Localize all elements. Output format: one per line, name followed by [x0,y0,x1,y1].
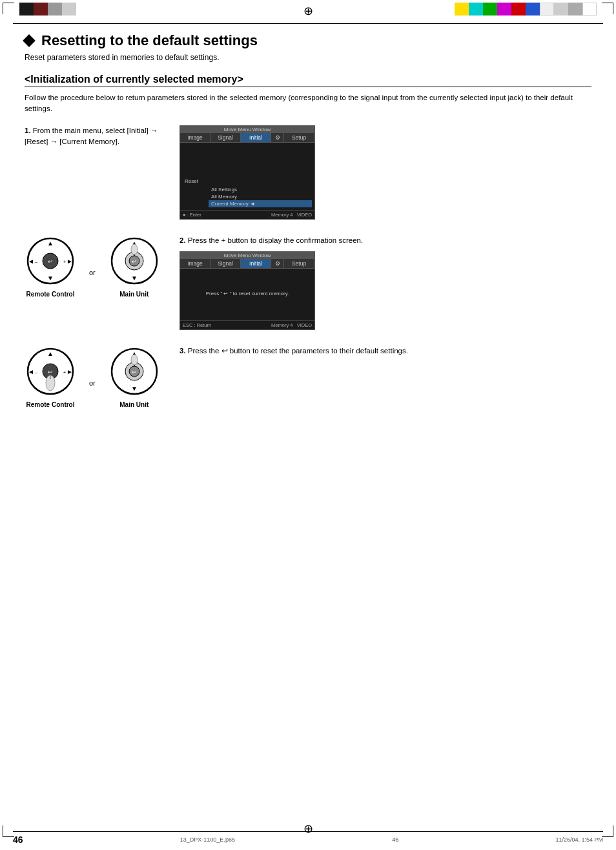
menu-tab2-initial: Initial [241,259,271,268]
corner-mark-tr [602,3,613,14]
menu-row-reset: Reset [183,178,312,185]
menu-title-bar-1: Move Menu Window [180,126,314,133]
menu-tab-gear: ⚙ [271,133,284,142]
controls-row-2: ▲ ▼ ◄ ► ↩ – + Remote Control [25,235,167,298]
step-3-right: 3. Press the ↩ button to reset the param… [180,346,591,362]
main-unit-svg-2: ▲ ▼ ↩ [108,235,160,287]
menu-tab2-signal: Signal [210,259,241,268]
menu-option-all-memory: All Memory [209,193,312,200]
step-1-container: 1. From the main menu, select [Initial] … [25,125,591,220]
step-2-right: 2. Press the + button to display the con… [180,235,591,330]
svg-text:▼: ▼ [47,275,54,282]
menu-footer-1: ● : Enter Memory 4 VIDEO [180,210,314,219]
menu-tab-signal: Signal [210,133,241,142]
menu-tabs-2: Image Signal Initial ⚙ Setup [180,259,314,269]
step-3-left: ▲ ▼ ◄ ► ↩ – + Remote Control or [25,346,167,413]
svg-text:◄: ◄ [28,368,34,375]
svg-text:◄: ◄ [28,258,34,265]
step-1-text: 1. From the main menu, select [Initial] … [25,125,167,148]
svg-text:↩: ↩ [132,369,137,375]
remote-control-2: ▲ ▼ ◄ ► ↩ – + Remote Control [25,235,76,298]
step-2-container: ▲ ▼ ◄ ► ↩ – + Remote Control [25,235,591,330]
footer-file-page: 46 [392,836,398,843]
page-title: Resetting to the default settings [25,32,591,49]
intro-text: Follow the procedure below to return par… [25,92,591,115]
subtitle-text: Reset parameters stored in memories to d… [25,53,591,62]
remote-control-3: ▲ ▼ ◄ ► ↩ – + Remote Control [25,346,76,408]
menu-body-1: Reset All Settings All Memory Current Me… [180,143,314,210]
svg-text:+: + [63,259,67,265]
menu-tab2-setup: Setup [284,259,314,268]
color-bar-left [19,3,76,16]
menu-tab-setup: Setup [284,133,314,142]
section-heading: <Initialization of currently selected me… [25,74,591,87]
menu-items-area-1: Reset All Settings All Memory Current Me… [183,178,312,207]
svg-text:►: ► [67,368,73,375]
remote-control-svg-3: ▲ ▼ ◄ ► ↩ – + [25,346,76,397]
menu-title-bar-2: Move Menu Window [180,252,314,259]
remote-control-svg-2: ▲ ▼ ◄ ► ↩ – + [25,235,76,287]
footer-filename: 13_DPX-1100_E.p65 [180,836,235,843]
footer-date: 11/26/04, 1:54 PM [555,836,603,843]
menu-tab2-gear: ⚙ [271,259,284,268]
menu-tab2-image: Image [180,259,210,268]
corner-mark-tl [3,3,14,14]
step-3-container: ▲ ▼ ◄ ► ↩ – + Remote Control or [25,346,591,413]
step-2-left: ▲ ▼ ◄ ► ↩ – + Remote Control [25,235,167,303]
svg-text:▼: ▼ [131,385,138,392]
svg-text:►: ► [67,258,73,265]
top-rule [13,23,603,24]
main-unit-2: ▲ ▼ ↩ Main Unit [108,235,160,298]
svg-text:↩: ↩ [132,258,137,265]
diamond-icon [23,34,36,47]
main-unit-svg-3: ▲ ▼ ↩ [108,346,160,397]
svg-point-17 [131,244,138,254]
menu-tabs-1: Image Signal Initial ⚙ Setup [180,133,314,143]
svg-text:–: – [35,369,38,375]
svg-text:–: – [35,259,38,265]
step-2-text: 2. Press the + button to display the con… [180,235,591,246]
crosshair-top: ⊕ [303,4,313,18]
controls-row-3: ▲ ▼ ◄ ► ↩ – + Remote Control or [25,346,167,408]
step-1-right: Move Menu Window Image Signal Initial ⚙ … [180,125,591,220]
menu-confirm-text: Press " ↩ " to reset current memory. [183,271,312,316]
menu-footer-2: ESC : Return Memory 4 VIDEO [180,320,314,329]
color-bar-right [455,3,597,16]
step-3-text: 3. Press the ↩ button to reset the param… [180,346,591,357]
main-content: Resetting to the default settings Reset … [25,32,591,811]
svg-text:↩: ↩ [48,258,53,265]
menu-tab-image: Image [180,133,210,142]
svg-text:▲: ▲ [47,240,54,247]
page-number: 46 [13,834,23,845]
page-footer: 46 13_DPX-1100_E.p65 46 11/26/04, 1:54 P… [13,831,603,845]
step-1-left: 1. From the main menu, select [Initial] … [25,125,167,153]
menu-window-1: Move Menu Window Image Signal Initial ⚙ … [180,125,315,220]
menu-tab-initial: Initial [241,133,271,142]
menu-option-all-settings: All Settings [209,186,312,193]
corner-mark-br [602,825,613,837]
menu-window-2: Move Menu Window Image Signal Initial ⚙ … [180,251,315,330]
svg-text:+: + [63,369,67,375]
svg-text:▲: ▲ [47,350,54,357]
menu-option-current-memory: Current Memory ◄ [209,200,312,207]
svg-point-36 [131,355,138,365]
main-unit-3: ▲ ▼ ↩ Main Unit [108,346,160,408]
menu-body-2: Press " ↩ " to reset current memory. [180,269,314,320]
svg-text:▼: ▼ [131,275,138,282]
